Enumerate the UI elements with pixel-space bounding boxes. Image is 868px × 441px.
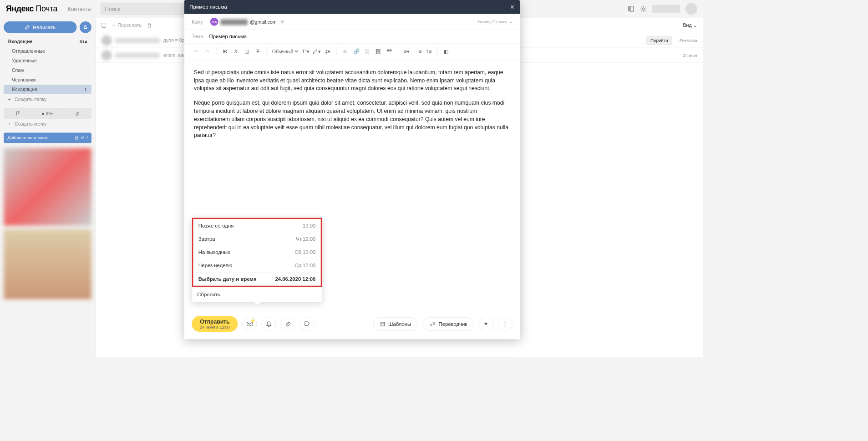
layout-icon[interactable]: [627, 5, 635, 12]
unlink-icon[interactable]: ⛓: [362, 46, 372, 56]
chevron-down-icon: ⌄: [693, 22, 697, 28]
logo[interactable]: Яндекс Почта: [6, 4, 57, 14]
schedule-option-today[interactable]: Позже сегодня19:00: [193, 219, 320, 232]
italic-icon[interactable]: К: [231, 46, 241, 56]
avatar[interactable]: [685, 3, 697, 15]
seg-unread[interactable]: ● 99+: [33, 108, 63, 119]
schedule-option-tomorrow[interactable]: ЗавтраЧт,12:00: [193, 232, 320, 245]
filter-segments: ● 99+: [4, 108, 91, 119]
chevron-down-icon: ⌄: [509, 19, 513, 24]
svg-point-11: [306, 322, 307, 323]
svg-line-10: [645, 7, 646, 8]
sidebar-ads: [4, 148, 91, 299]
create-folder[interactable]: + Создать папку: [4, 94, 91, 104]
folder-spam[interactable]: Спам: [4, 66, 91, 75]
label-button[interactable]: [300, 316, 315, 331]
bulletlist-icon[interactable]: ⋮≡: [413, 46, 422, 56]
remove-recipient-icon[interactable]: ✕: [280, 19, 284, 25]
add-extra-button[interactable]: ✦: [478, 316, 493, 331]
image-icon[interactable]: 🖼: [374, 46, 383, 56]
redo-icon[interactable]: ↷: [203, 46, 213, 56]
svg-line-7: [641, 7, 642, 8]
svg-rect-0: [628, 6, 629, 11]
sidebar: Написать Входящие514 Отправленные Удалён…: [0, 18, 95, 357]
svg-line-8: [645, 10, 646, 11]
send-button[interactable]: Отправить 24 июня в 12:00: [192, 316, 238, 332]
go-button[interactable]: Перейти: [646, 36, 672, 45]
schedule-reset[interactable]: Сбросить: [192, 287, 322, 302]
folder-drafts[interactable]: Черновики: [4, 75, 91, 84]
compose-title: Пример письма: [189, 4, 227, 10]
at-icon: @: [75, 136, 79, 140]
more-button[interactable]: ⋮: [498, 316, 513, 331]
svg-rect-12: [381, 322, 385, 326]
undo-icon[interactable]: ↶: [192, 46, 201, 56]
seg-attach[interactable]: [62, 108, 91, 119]
svg-rect-1: [630, 6, 633, 11]
compose-footer: Отправить 24 июня в 12:00 Шаблоны: [192, 316, 513, 332]
clearformat-icon[interactable]: ◧: [442, 46, 451, 56]
view-dropdown[interactable]: Вид ⌄: [683, 22, 697, 28]
folder-sent[interactable]: Отправленные: [4, 46, 91, 56]
add-mailbox[interactable]: Добавьте ваш ящик @ M /: [4, 133, 91, 143]
link-icon[interactable]: 🔗: [351, 46, 361, 56]
numberlist-icon[interactable]: 1≡: [424, 46, 434, 56]
outlook-icon: /: [86, 136, 87, 140]
forward-button[interactable]: → Переслать: [112, 22, 142, 28]
cc-toggle[interactable]: Копии, От кого ⌄: [477, 19, 513, 24]
subject-input[interactable]: [209, 34, 512, 40]
refresh-button[interactable]: [80, 21, 91, 33]
reminder-button[interactable]: [261, 316, 276, 331]
strike-icon[interactable]: ₮: [253, 46, 263, 56]
compose-window: Пример письма — ✕ Кому MA ████████@gmail…: [184, 0, 520, 339]
recipient-chip[interactable]: MA ████████@gmail.com ✕: [210, 18, 284, 26]
schedule-popup: Позже сегодня19:00 ЗавтраЧт,12:00 На вых…: [192, 218, 322, 302]
select-all-checkbox[interactable]: [102, 23, 107, 28]
gmail-icon: M: [81, 136, 84, 140]
schedule-option-weekend[interactable]: На выходныхСб,12:00: [193, 245, 320, 259]
seg-flag[interactable]: [4, 108, 33, 119]
recipient-avatar: MA: [210, 18, 218, 26]
create-label[interactable]: + Создать метку: [4, 119, 91, 129]
svg-line-9: [641, 10, 642, 11]
style-select[interactable]: Обычный: [271, 48, 299, 55]
user-pill[interactable]: [652, 5, 680, 13]
to-field[interactable]: Кому MA ████████@gmail.com ✕ Копии, От к…: [184, 14, 520, 30]
templates-button[interactable]: Шаблоны: [373, 317, 418, 330]
format-toolbar: ↶ ↷ Ж К Ч ₮ Обычный TT▾ 🖊▾ ‡▾ ☺ 🔗 ⛓ 🖼 ❝❞…: [184, 44, 520, 60]
schedule-option-nextweek[interactable]: Через неделюСр,12:00: [193, 259, 320, 272]
compose-button[interactable]: Написать: [4, 21, 76, 33]
attach-button[interactable]: [281, 316, 295, 331]
folder-outbox[interactable]: Исходящие1: [4, 85, 91, 94]
compose-header: Пример письма — ✕: [184, 0, 520, 14]
plus-icon: +: [8, 121, 11, 127]
textcolor-icon[interactable]: 🖊▾: [312, 46, 321, 56]
underline-icon[interactable]: Ч: [242, 46, 252, 56]
folder-trash[interactable]: Удалённые: [4, 56, 91, 65]
fontsize-icon[interactable]: TT▾: [301, 46, 310, 56]
gear-icon[interactable]: [640, 5, 647, 12]
delete-icon[interactable]: [147, 23, 152, 28]
bold-icon[interactable]: Ж: [220, 46, 230, 56]
schedule-pick-datetime[interactable]: Выбрать дату и время24.06.2020 12:00: [193, 272, 320, 286]
ad-label: Реклама: [680, 38, 697, 43]
schedule-button[interactable]: [242, 316, 257, 331]
folder-inbox[interactable]: Входящие514: [4, 37, 91, 46]
svg-point-2: [642, 8, 645, 10]
close-icon[interactable]: ✕: [510, 4, 515, 10]
plus-icon: +: [8, 96, 11, 102]
subject-field[interactable]: Тема: [184, 30, 520, 44]
quote-icon[interactable]: ❝❞: [385, 46, 394, 56]
lineheight-icon[interactable]: ‡▾: [323, 46, 333, 56]
align-icon[interactable]: ≡▾: [402, 46, 411, 56]
emoji-icon[interactable]: ☺: [340, 46, 350, 56]
contacts-link[interactable]: Контакты: [68, 6, 91, 12]
translator-button[interactable]: A文 Переводчик: [422, 317, 474, 330]
minimize-icon[interactable]: —: [499, 4, 505, 10]
